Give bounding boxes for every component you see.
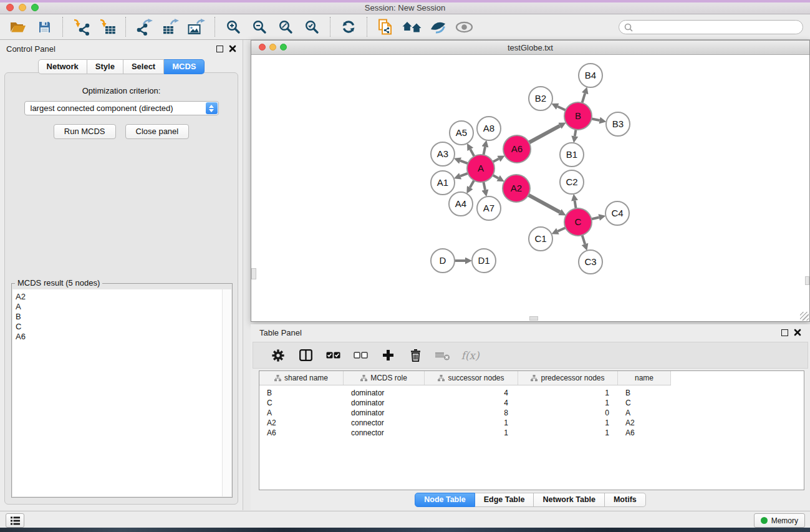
column-header-name[interactable]: name (618, 371, 671, 385)
svg-text:B3: B3 (612, 118, 624, 129)
deselect-all-button[interactable] (347, 344, 374, 367)
refresh-button[interactable] (335, 16, 362, 38)
graph-node[interactable]: D (431, 249, 455, 273)
graph-node[interactable]: A5 (450, 121, 473, 145)
network-graph: A5A8A3A1A4A7AA6A2BB2B4B3B1CC2C4C1C3DD1 (251, 55, 809, 321)
tab-edge-table[interactable]: Edge Table (475, 493, 534, 507)
graph-node[interactable]: A4 (449, 192, 473, 216)
zoom-out-button[interactable] (246, 16, 272, 38)
select-all-button[interactable] (319, 344, 347, 367)
column-header-shared-name[interactable]: shared name (259, 371, 344, 385)
svg-text:A3: A3 (437, 148, 448, 159)
graph-node[interactable]: C4 (605, 201, 629, 225)
import-table-button[interactable] (94, 16, 120, 38)
tab-select[interactable]: Select (123, 59, 164, 74)
table-row[interactable]: Cdominator41C (259, 398, 804, 408)
save-session-button[interactable] (31, 16, 57, 38)
graph-node[interactable]: C1 (529, 227, 552, 251)
close-panel-button[interactable]: Close panel (125, 124, 190, 139)
mcds-result-list[interactable]: A2ABCA6 (12, 289, 231, 496)
column-header-successor-nodes[interactable]: successor nodes (425, 371, 518, 385)
close-panel-icon[interactable] (229, 45, 236, 52)
network-window-titlebar: testGlobe.txt (251, 41, 809, 55)
memory-button[interactable]: Memory (754, 513, 805, 528)
table-cell: 1 (518, 399, 618, 407)
graph-node[interactable]: A1 (431, 171, 455, 195)
column-header-mcds-role[interactable]: MCDS role (344, 371, 425, 385)
split-columns-icon (299, 349, 312, 361)
trash-icon (410, 349, 421, 362)
right-scrollbar-thumb[interactable] (805, 276, 809, 285)
mcds-result-item[interactable]: A2 (16, 292, 231, 302)
split-table-button[interactable] (292, 344, 319, 367)
criterion-select[interactable]: largest connected component (directed) (24, 101, 219, 115)
graph-node[interactable]: B1 (560, 143, 584, 167)
add-column-button[interactable] (374, 344, 402, 367)
graph-node[interactable]: A2 (503, 175, 530, 202)
show-all-button[interactable] (451, 16, 477, 38)
vertical-scrollbar-thumb[interactable] (251, 268, 256, 279)
column-header-predecessor-nodes[interactable]: predecessor nodes (518, 371, 618, 385)
export-table-button[interactable] (157, 16, 183, 38)
fit-home-button[interactable] (398, 16, 425, 38)
search-field[interactable] (619, 20, 803, 34)
tab-network[interactable]: Network (38, 59, 87, 74)
network-window-title: testGlobe.txt (251, 43, 809, 52)
table-row[interactable]: Bdominator41B (259, 388, 804, 398)
table-row[interactable]: Adominator80A (259, 408, 804, 418)
svg-text:C1: C1 (534, 233, 546, 244)
mcds-result-item[interactable]: A (16, 302, 231, 312)
toggle-graphics-details-button[interactable] (425, 16, 451, 38)
zoom-in-button[interactable] (220, 16, 246, 38)
graph-edge[interactable] (528, 126, 560, 143)
graph-node[interactable]: B2 (529, 87, 552, 110)
graph-node[interactable]: A8 (477, 117, 501, 140)
export-network-button[interactable] (131, 16, 157, 38)
close-table-panel-icon[interactable] (794, 329, 801, 336)
show-task-history-button[interactable] (6, 513, 24, 528)
graph-node[interactable]: C2 (560, 170, 584, 194)
horizontal-scrollbar-thumb[interactable] (529, 316, 538, 321)
mcds-result-item[interactable]: C (16, 322, 231, 332)
graph-node[interactable]: A7 (477, 196, 501, 220)
node-table-body: Bdominator41BCdominator41CAdominator80AA… (259, 385, 804, 438)
graph-node[interactable]: C (564, 208, 592, 236)
graph-node[interactable]: D1 (472, 249, 496, 273)
function-builder-button[interactable]: f(x) (456, 344, 484, 367)
table-row[interactable]: A6connector11A6 (259, 428, 804, 438)
graph-node[interactable]: B4 (579, 64, 602, 87)
graph-node[interactable]: B (564, 102, 592, 130)
delete-column-button[interactable] (402, 344, 429, 367)
duplicate-network-button[interactable] (372, 16, 398, 38)
tab-network-table[interactable]: Network Table (534, 493, 605, 507)
node-table[interactable]: shared name MCDS role successor nodes pr… (259, 370, 804, 490)
mcds-result-item[interactable]: B (16, 312, 231, 322)
mcds-result-item[interactable]: A6 (16, 332, 231, 342)
resize-grip[interactable] (800, 312, 809, 321)
export-image-button[interactable] (183, 16, 210, 38)
network-canvas[interactable]: A5A8A3A1A4A7AA6A2BB2B4B3B1CC2C4C1C3DD1 (251, 55, 809, 321)
graph-edge[interactable] (528, 195, 560, 213)
graph-node[interactable]: A3 (431, 142, 455, 166)
tab-node-table[interactable]: Node Table (415, 493, 475, 507)
graph-node[interactable]: A (467, 155, 494, 182)
open-file-button[interactable] (5, 16, 31, 38)
svg-text:C2: C2 (566, 177, 577, 187)
graph-node[interactable]: C3 (579, 250, 602, 274)
float-panel-icon[interactable] (216, 46, 223, 52)
table-settings-button[interactable] (264, 344, 292, 367)
import-network-button[interactable] (68, 16, 94, 38)
graph-node[interactable]: B3 (606, 112, 630, 136)
tab-mcds[interactable]: MCDS (164, 59, 205, 74)
tab-motifs[interactable]: Motifs (605, 493, 646, 507)
zoom-fit-button[interactable] (272, 16, 299, 38)
run-mcds-button[interactable]: Run MCDS (54, 124, 116, 139)
zoom-selected-button[interactable] (299, 16, 325, 38)
graph-node[interactable]: A6 (503, 135, 531, 163)
table-cell: connector (344, 418, 425, 427)
tab-style[interactable]: Style (87, 59, 123, 74)
table-row[interactable]: A2connector11A2 (259, 418, 804, 428)
delete-table-button[interactable] (429, 344, 456, 367)
float-table-panel-icon[interactable] (781, 329, 788, 336)
search-input[interactable] (636, 22, 803, 32)
